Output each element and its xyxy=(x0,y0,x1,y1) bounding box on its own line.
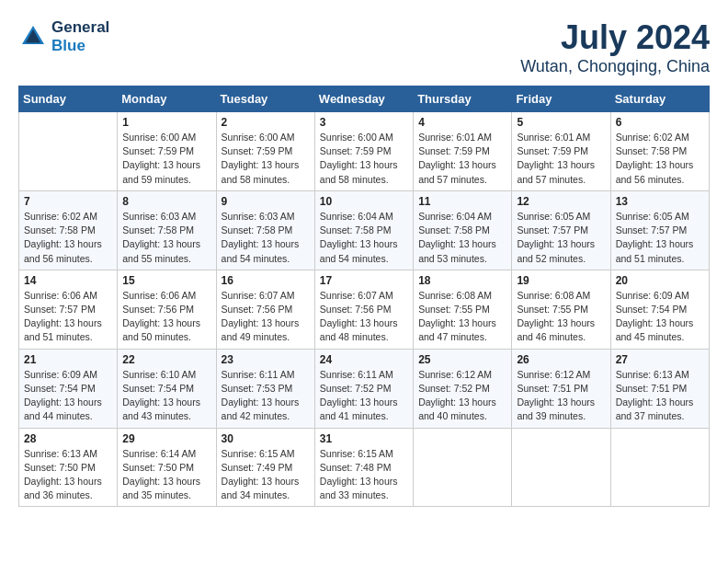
day-info: Sunrise: 6:05 AMSunset: 7:57 PMDaylight:… xyxy=(517,210,605,266)
day-info: Sunrise: 6:01 AMSunset: 7:59 PMDaylight:… xyxy=(517,131,605,187)
day-info: Sunrise: 6:03 AMSunset: 7:58 PMDaylight:… xyxy=(222,210,310,266)
calendar-cell: 13Sunrise: 6:05 AMSunset: 7:57 PMDayligh… xyxy=(610,190,709,270)
day-number: 21 xyxy=(24,353,112,366)
calendar-cell: 6Sunrise: 6:02 AMSunset: 7:58 PMDaylight… xyxy=(610,112,709,191)
day-info: Sunrise: 6:08 AMSunset: 7:55 PMDaylight:… xyxy=(517,289,605,345)
day-info: Sunrise: 6:02 AMSunset: 7:58 PMDaylight:… xyxy=(616,131,704,187)
weekday-header: Monday xyxy=(118,86,216,112)
day-number: 18 xyxy=(418,274,506,287)
day-info: Sunrise: 6:00 AMSunset: 7:59 PMDaylight:… xyxy=(320,131,408,187)
day-number: 17 xyxy=(320,274,408,287)
weekday-header: Wednesday xyxy=(314,86,413,112)
day-number: 24 xyxy=(320,353,408,366)
day-info: Sunrise: 6:00 AMSunset: 7:59 PMDaylight:… xyxy=(122,131,210,187)
day-info: Sunrise: 6:12 AMSunset: 7:51 PMDaylight:… xyxy=(517,368,605,424)
weekday-header: Tuesday xyxy=(216,86,314,112)
day-info: Sunrise: 6:13 AMSunset: 7:50 PMDaylight:… xyxy=(24,447,112,503)
calendar-cell: 27Sunrise: 6:13 AMSunset: 7:51 PMDayligh… xyxy=(610,349,709,428)
calendar-week-row: 28Sunrise: 6:13 AMSunset: 7:50 PMDayligh… xyxy=(19,428,710,507)
day-info: Sunrise: 6:11 AMSunset: 7:53 PMDaylight:… xyxy=(222,368,310,424)
day-number: 22 xyxy=(122,353,210,366)
weekday-header: Sunday xyxy=(19,86,118,112)
title-section: July 2024 Wutan, Chongqing, China xyxy=(520,18,710,76)
calendar-cell: 29Sunrise: 6:14 AMSunset: 7:50 PMDayligh… xyxy=(118,428,216,507)
calendar-cell: 8Sunrise: 6:03 AMSunset: 7:58 PMDaylight… xyxy=(118,190,216,270)
day-number: 1 xyxy=(122,116,210,129)
day-info: Sunrise: 6:14 AMSunset: 7:50 PMDaylight:… xyxy=(122,447,210,503)
logo-text: General Blue xyxy=(51,18,109,56)
day-number: 9 xyxy=(222,195,310,208)
weekday-header: Friday xyxy=(512,86,610,112)
calendar-cell: 28Sunrise: 6:13 AMSunset: 7:50 PMDayligh… xyxy=(19,428,118,507)
calendar-week-row: 1Sunrise: 6:00 AMSunset: 7:59 PMDaylight… xyxy=(19,112,710,191)
location-title: Wutan, Chongqing, China xyxy=(520,57,710,76)
day-number: 25 xyxy=(418,353,506,366)
day-number: 12 xyxy=(517,195,605,208)
calendar-cell: 25Sunrise: 6:12 AMSunset: 7:52 PMDayligh… xyxy=(414,349,512,428)
day-number: 20 xyxy=(616,274,704,287)
calendar-cell xyxy=(512,428,610,507)
weekday-header: Thursday xyxy=(414,86,512,112)
calendar-cell: 30Sunrise: 6:15 AMSunset: 7:49 PMDayligh… xyxy=(216,428,314,507)
day-number: 6 xyxy=(616,116,704,129)
calendar-cell: 11Sunrise: 6:04 AMSunset: 7:58 PMDayligh… xyxy=(414,190,512,270)
day-info: Sunrise: 6:03 AMSunset: 7:58 PMDaylight:… xyxy=(122,210,210,266)
calendar-cell: 18Sunrise: 6:08 AMSunset: 7:55 PMDayligh… xyxy=(414,270,512,349)
month-title: July 2024 xyxy=(520,18,710,57)
calendar-cell: 7Sunrise: 6:02 AMSunset: 7:58 PMDaylight… xyxy=(19,190,118,270)
day-info: Sunrise: 6:05 AMSunset: 7:57 PMDaylight:… xyxy=(616,210,704,266)
calendar-cell: 15Sunrise: 6:06 AMSunset: 7:56 PMDayligh… xyxy=(118,270,216,349)
calendar-cell xyxy=(19,112,118,191)
calendar-cell: 9Sunrise: 6:03 AMSunset: 7:58 PMDaylight… xyxy=(216,190,314,270)
calendar-table: SundayMondayTuesdayWednesdayThursdayFrid… xyxy=(18,86,710,507)
calendar-cell: 26Sunrise: 6:12 AMSunset: 7:51 PMDayligh… xyxy=(512,349,610,428)
calendar-cell: 19Sunrise: 6:08 AMSunset: 7:55 PMDayligh… xyxy=(512,270,610,349)
day-number: 10 xyxy=(320,195,408,208)
day-info: Sunrise: 6:10 AMSunset: 7:54 PMDaylight:… xyxy=(122,368,210,424)
day-info: Sunrise: 6:15 AMSunset: 7:48 PMDaylight:… xyxy=(320,447,408,503)
day-number: 4 xyxy=(418,116,506,129)
day-info: Sunrise: 6:15 AMSunset: 7:49 PMDaylight:… xyxy=(222,447,310,503)
day-info: Sunrise: 6:08 AMSunset: 7:55 PMDaylight:… xyxy=(418,289,506,345)
calendar-cell: 14Sunrise: 6:06 AMSunset: 7:57 PMDayligh… xyxy=(19,270,118,349)
calendar-cell: 23Sunrise: 6:11 AMSunset: 7:53 PMDayligh… xyxy=(216,349,314,428)
day-info: Sunrise: 6:09 AMSunset: 7:54 PMDaylight:… xyxy=(616,289,704,345)
day-number: 15 xyxy=(122,274,210,287)
calendar-cell: 3Sunrise: 6:00 AMSunset: 7:59 PMDaylight… xyxy=(314,112,413,191)
calendar-cell: 20Sunrise: 6:09 AMSunset: 7:54 PMDayligh… xyxy=(610,270,709,349)
day-number: 7 xyxy=(24,195,112,208)
day-info: Sunrise: 6:06 AMSunset: 7:56 PMDaylight:… xyxy=(122,289,210,345)
day-number: 30 xyxy=(222,432,310,445)
weekday-header: Saturday xyxy=(610,86,709,112)
day-number: 28 xyxy=(24,432,112,445)
day-info: Sunrise: 6:04 AMSunset: 7:58 PMDaylight:… xyxy=(418,210,506,266)
calendar-cell: 1Sunrise: 6:00 AMSunset: 7:59 PMDaylight… xyxy=(118,112,216,191)
logo: General Blue xyxy=(18,18,109,56)
day-number: 3 xyxy=(320,116,408,129)
day-info: Sunrise: 6:07 AMSunset: 7:56 PMDaylight:… xyxy=(320,289,408,345)
calendar-week-row: 7Sunrise: 6:02 AMSunset: 7:58 PMDaylight… xyxy=(19,190,710,270)
day-number: 13 xyxy=(616,195,704,208)
logo-icon xyxy=(18,22,48,52)
header: General Blue July 2024 Wutan, Chongqing,… xyxy=(18,18,710,76)
calendar-cell: 5Sunrise: 6:01 AMSunset: 7:59 PMDaylight… xyxy=(512,112,610,191)
calendar-cell: 16Sunrise: 6:07 AMSunset: 7:56 PMDayligh… xyxy=(216,270,314,349)
calendar-cell xyxy=(610,428,709,507)
calendar-cell: 21Sunrise: 6:09 AMSunset: 7:54 PMDayligh… xyxy=(19,349,118,428)
day-number: 8 xyxy=(122,195,210,208)
calendar-week-row: 21Sunrise: 6:09 AMSunset: 7:54 PMDayligh… xyxy=(19,349,710,428)
calendar-week-row: 14Sunrise: 6:06 AMSunset: 7:57 PMDayligh… xyxy=(19,270,710,349)
day-number: 11 xyxy=(418,195,506,208)
day-info: Sunrise: 6:12 AMSunset: 7:52 PMDaylight:… xyxy=(418,368,506,424)
calendar-cell: 22Sunrise: 6:10 AMSunset: 7:54 PMDayligh… xyxy=(118,349,216,428)
day-number: 19 xyxy=(517,274,605,287)
calendar-cell: 4Sunrise: 6:01 AMSunset: 7:59 PMDaylight… xyxy=(414,112,512,191)
day-info: Sunrise: 6:06 AMSunset: 7:57 PMDaylight:… xyxy=(24,289,112,345)
day-number: 5 xyxy=(517,116,605,129)
calendar-cell: 24Sunrise: 6:11 AMSunset: 7:52 PMDayligh… xyxy=(314,349,413,428)
day-number: 16 xyxy=(222,274,310,287)
day-info: Sunrise: 6:11 AMSunset: 7:52 PMDaylight:… xyxy=(320,368,408,424)
day-number: 27 xyxy=(616,353,704,366)
calendar-cell: 17Sunrise: 6:07 AMSunset: 7:56 PMDayligh… xyxy=(314,270,413,349)
day-number: 26 xyxy=(517,353,605,366)
